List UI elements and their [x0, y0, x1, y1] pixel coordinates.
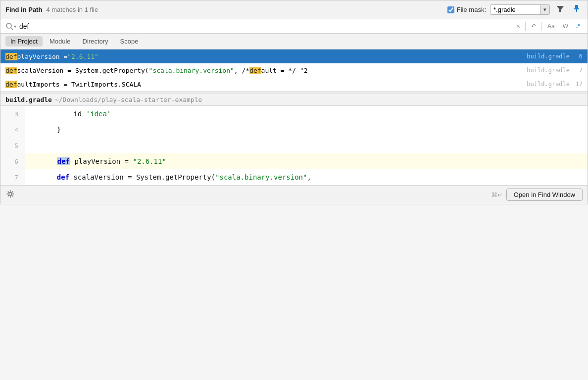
file-mask-label: File mask:	[457, 6, 486, 13]
result-row[interactable]: def playVersion = "2.6.11" build.gradle …	[0, 49, 588, 63]
result-row[interactable]: def scalaVersion = System.getProperty( "…	[0, 63, 588, 77]
search-input[interactable]	[19, 22, 511, 30]
scope-row: In Project Module Directory Scope	[0, 34, 588, 49]
line-content: def playVersion = "2.6.11"	[25, 157, 166, 165]
svg-point-4	[6, 23, 11, 28]
preview-section: build.gradle ~/Downloads/play-scala-star…	[0, 94, 588, 185]
line-number: 3	[0, 106, 25, 122]
gear-icon	[6, 190, 14, 198]
file-mask-checkbox[interactable]	[447, 6, 454, 13]
match-count: 4 matches in 1 file	[46, 6, 98, 13]
filter-icon	[556, 5, 564, 13]
footer-row: ⌘↵ Open in Find Window	[0, 185, 588, 204]
file-mask-dropdown-btn[interactable]: ▾	[540, 5, 549, 14]
code-line: 5	[0, 138, 588, 153]
open-in-find-btn[interactable]: Open in Find Window	[506, 189, 583, 201]
search-clear-btn[interactable]: ×	[514, 22, 522, 30]
find-in-path-panel: Find in Path 4 matches in 1 file File ma…	[0, 0, 588, 204]
svg-line-5	[11, 28, 13, 30]
pin-icon	[573, 5, 580, 13]
whole-word-btn[interactable]: W	[560, 22, 571, 31]
restore-btn[interactable]: ↶	[529, 22, 539, 31]
file-mask-input-wrap: ▾	[490, 4, 550, 15]
preview-header: build.gradle ~/Downloads/play-scala-star…	[0, 94, 588, 106]
shortcut-hint: ⌘↵	[491, 191, 502, 198]
line-content: def scalaVersion = System.getProperty("s…	[25, 173, 311, 181]
line-number: 6	[0, 153, 25, 169]
case-sensitive-btn[interactable]: Aa	[545, 22, 557, 31]
pin-icon-btn[interactable]	[571, 3, 583, 16]
line-content: }	[25, 126, 61, 134]
gear-btn[interactable]	[5, 189, 15, 201]
code-line: 4 }	[0, 122, 588, 138]
tab-directory[interactable]: Directory	[78, 36, 113, 47]
code-line: 3 id 'idea'	[0, 106, 588, 122]
code-line: 7 def scalaVersion = System.getProperty(…	[0, 169, 588, 185]
preview-path: ~/Downloads/play-scala-starter-example	[55, 96, 202, 103]
file-mask-checkbox-wrap: File mask:	[447, 6, 486, 13]
search-icon: ▾	[5, 22, 16, 30]
line-number: 4	[0, 122, 25, 138]
svg-marker-0	[557, 6, 564, 12]
code-line-highlighted: 6 def playVersion = "2.6.11"	[0, 153, 588, 169]
search-row: ▾ × ↶ Aa W .*	[0, 19, 588, 34]
results-list: def playVersion = "2.6.11" build.gradle …	[0, 49, 588, 91]
result-match-highlight: def	[5, 53, 17, 60]
line-content: id 'idea'	[25, 110, 111, 118]
svg-point-6	[9, 192, 12, 195]
line-number: 7	[0, 169, 25, 185]
file-mask-input[interactable]	[490, 5, 540, 14]
header-row: Find in Path 4 matches in 1 file File ma…	[0, 0, 588, 19]
tab-in-project[interactable]: In Project	[5, 36, 43, 47]
regex-btn[interactable]: .*	[574, 22, 583, 31]
tab-module[interactable]: Module	[45, 36, 76, 47]
tab-scope[interactable]: Scope	[115, 36, 144, 47]
preview-filename: build.gradle	[5, 96, 52, 103]
panel-title: Find in Path	[5, 6, 42, 13]
svg-rect-1	[575, 5, 578, 9]
result-row[interactable]: def aultImports = TwirlImports.SCALA bui…	[0, 77, 588, 91]
line-number: 5	[0, 138, 25, 153]
filter-icon-btn[interactable]	[554, 3, 567, 16]
preview-code: 3 id 'idea' 4 } 5 6 def playVersion = "2…	[0, 106, 588, 185]
shortcut-cmd: ⌘↵	[491, 191, 502, 198]
